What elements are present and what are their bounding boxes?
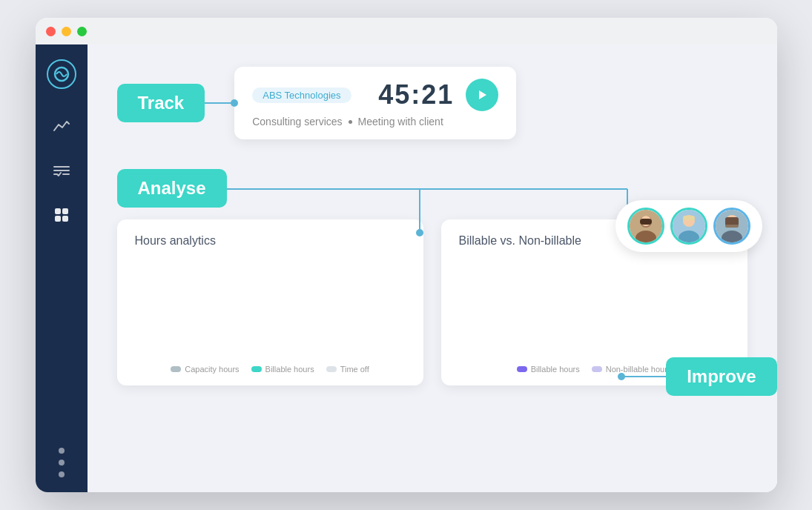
close-button[interactable] bbox=[46, 27, 56, 36]
sidebar-dot-3 bbox=[59, 471, 65, 477]
sidebar-dots bbox=[59, 448, 65, 477]
maximize-button[interactable] bbox=[77, 27, 87, 36]
timer-display: 45:21 bbox=[378, 79, 454, 110]
connector-dot bbox=[231, 99, 238, 107]
sidebar bbox=[36, 44, 88, 492]
sidebar-item-analytics[interactable] bbox=[48, 113, 75, 139]
titlebar bbox=[36, 18, 777, 44]
legend-billable-hours: Billable hours bbox=[517, 365, 580, 374]
main-content: Track ABS Technologies 45:21 bbox=[88, 44, 777, 492]
tracker-card: ABS Technologies 45:21 Consulting servic… bbox=[234, 67, 516, 139]
avatar-3[interactable] bbox=[713, 208, 750, 245]
app-window: Track ABS Technologies 45:21 bbox=[36, 18, 777, 492]
avatar-2[interactable] bbox=[670, 208, 707, 245]
separator-dot bbox=[349, 120, 352, 124]
hours-chart-title: Hours analytics bbox=[135, 234, 406, 248]
sidebar-item-dashboard[interactable] bbox=[48, 202, 75, 228]
billable-hours-label: Billable hours bbox=[531, 365, 580, 374]
svg-rect-29 bbox=[725, 225, 739, 228]
legend-billable: Billable hours bbox=[251, 365, 314, 374]
timeoff-label: Time off bbox=[340, 365, 369, 374]
svg-rect-5 bbox=[62, 208, 68, 214]
capacity-label: Capacity hours bbox=[185, 365, 239, 374]
legend-capacity: Capacity hours bbox=[171, 365, 239, 374]
svg-rect-6 bbox=[55, 216, 61, 222]
capacity-dot bbox=[171, 366, 181, 372]
tracker-details: Consulting services Meeting with client bbox=[252, 116, 498, 128]
billable-chart-area bbox=[459, 259, 730, 356]
billable-dot bbox=[251, 366, 262, 372]
svg-rect-4 bbox=[55, 208, 61, 214]
avatar-face-1 bbox=[630, 210, 662, 242]
avatars-container bbox=[615, 200, 762, 252]
hours-analytics-card: Hours analytics bbox=[117, 219, 423, 385]
nonbillable-hours-dot bbox=[592, 366, 602, 372]
track-section: Track ABS Technologies 45:21 bbox=[117, 67, 747, 139]
sidebar-dot-1 bbox=[59, 448, 65, 454]
improve-connector bbox=[621, 376, 666, 377]
svg-marker-8 bbox=[479, 90, 486, 99]
tracker-top: ABS Technologies 45:21 bbox=[252, 79, 498, 111]
track-button[interactable]: Track bbox=[117, 84, 205, 122]
improve-connector-dot bbox=[618, 373, 625, 380]
avatar-face-3 bbox=[716, 210, 748, 242]
company-badge: ABS Technologies bbox=[252, 87, 351, 103]
svg-rect-7 bbox=[62, 216, 68, 222]
avatar-face-2 bbox=[673, 210, 705, 242]
play-button[interactable] bbox=[466, 79, 498, 111]
track-connector bbox=[205, 102, 234, 104]
hours-chart-area bbox=[135, 259, 406, 356]
billable-label: Billable hours bbox=[265, 365, 314, 374]
svg-rect-24 bbox=[683, 216, 695, 220]
logo[interactable] bbox=[47, 59, 76, 89]
timer-area: 45:21 bbox=[378, 79, 498, 111]
service-label: Consulting services bbox=[252, 116, 342, 128]
hours-chart-legend: Capacity hours Billable hours Time off bbox=[135, 365, 406, 374]
analyse-button[interactable]: Analyse bbox=[117, 169, 227, 208]
timeoff-dot bbox=[326, 366, 337, 372]
svg-rect-20 bbox=[640, 219, 652, 225]
legend-timeoff: Time off bbox=[326, 365, 369, 374]
avatar-1[interactable] bbox=[627, 208, 664, 245]
improve-section: Improve bbox=[621, 357, 776, 396]
sidebar-dot-2 bbox=[59, 460, 65, 466]
meeting-label: Meeting with client bbox=[358, 116, 443, 128]
billable-hours-dot bbox=[517, 366, 527, 372]
app-body: Track ABS Technologies 45:21 bbox=[36, 44, 777, 492]
sidebar-item-checklist[interactable] bbox=[48, 157, 75, 184]
improve-button[interactable]: Improve bbox=[666, 357, 776, 396]
minimize-button[interactable] bbox=[62, 27, 71, 36]
